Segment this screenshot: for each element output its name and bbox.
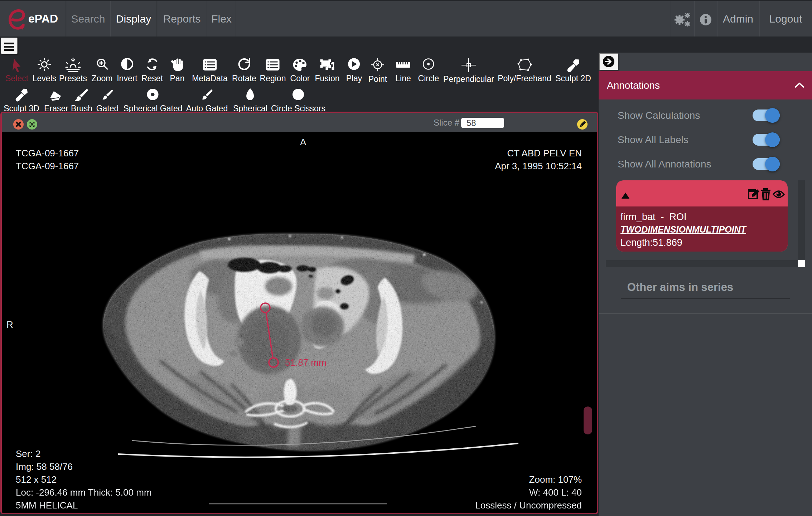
svg-text:51.87 mm: 51.87 mm	[285, 357, 327, 368]
